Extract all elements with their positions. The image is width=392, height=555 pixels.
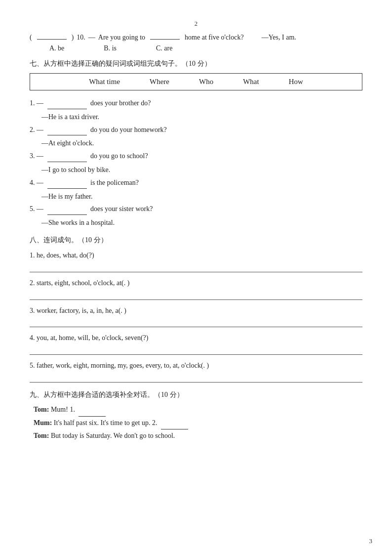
s7-5-answer: —She works in a hospital. (41, 217, 362, 229)
s8-3-answer-line[interactable] (30, 318, 362, 327)
s8-3-num: 3. (30, 307, 37, 314)
tom-text-2: But today is Saturday. We don't go to sc… (51, 432, 175, 439)
s7-item-2: 2. — do you do your homework? (30, 124, 362, 136)
s7-1-num: 1. (30, 99, 35, 107)
q10-option-c: C. are (156, 44, 172, 52)
s7-3-num: 3. (30, 152, 35, 160)
s7-2-num: 2. (30, 126, 35, 133)
top-page-number: 2 (30, 20, 362, 28)
s7-1-text: does your brother do? (90, 99, 151, 107)
s8-3-prompt: 3. worker, factory, is, a, in, he, a(. ) (30, 305, 362, 317)
s7-1-dash: — (37, 99, 43, 107)
dialogue-mum: Mum: It's half past six. It's time to ge… (34, 417, 362, 430)
s8-1-prompt: 1. he, does, what, do(?) (30, 250, 362, 261)
section-eight-title: 八、连词成句。（10 分） (30, 236, 362, 245)
speaker-tom-label-2: Tom: (34, 432, 49, 439)
s8-item-5: 5. father, work, eight, morning, my, goe… (30, 360, 362, 383)
speaker-tom-label: Tom: (34, 406, 49, 413)
word-box-item-2: Where (150, 78, 169, 86)
section-seven-title: 七、从方框中选择正确的疑问词或词组完成句子。（10 分） (30, 59, 362, 68)
s7-3-text: do you go to school? (90, 152, 148, 160)
s8-3-text: worker, factory, is, a, in, he, a(. ) (37, 307, 126, 314)
s8-4-prompt: 4. you, at, home, will, be, o'clock, sev… (30, 332, 362, 344)
s7-3-blank[interactable] (47, 162, 87, 162)
q10-options: A. be B. is C. are (49, 44, 362, 52)
s8-1-num: 1. (30, 252, 37, 259)
s8-5-text: father, work, eight, morning, my, goes, … (37, 362, 209, 369)
tom-text: Mum! 1. (51, 406, 75, 413)
s8-2-prompt: 2. starts, eight, school, o'clock, at(. … (30, 277, 362, 289)
s7-2-blank[interactable] (47, 135, 87, 135)
s7-5-blank[interactable] (47, 214, 87, 215)
s7-3-dash: — (37, 152, 43, 160)
bracket-open: ( (30, 34, 32, 42)
s8-2-answer-line[interactable] (30, 291, 362, 300)
s7-5-text: does your sister work? (90, 205, 153, 213)
s8-5-num: 5. (30, 362, 37, 369)
q10-fill-blank[interactable] (150, 39, 180, 40)
s7-4-text: is the policeman? (90, 179, 139, 186)
q10-dash: — (88, 34, 95, 42)
section-nine-dialogue: Tom: Mum! 1. Mum: It's half past six. It… (30, 403, 362, 443)
s8-2-text: starts, eight, school, o'clock, at(. ) (37, 279, 129, 287)
page-number: 3 (369, 537, 373, 545)
s8-5-prompt: 5. father, work, eight, morning, my, goe… (30, 360, 362, 372)
s7-4-blank[interactable] (47, 188, 87, 189)
section-nine-title: 九、从方框中选择合适的选项补全对话。（10 分） (30, 390, 362, 399)
s8-2-num: 2. (30, 279, 37, 287)
s7-item-1: 1. — does your brother do? (30, 97, 362, 109)
s7-2-dash: — (37, 126, 43, 133)
section-seven-exercises: 1. — does your brother do? —He is a taxi… (30, 97, 362, 229)
word-box-item-3: Who (199, 78, 213, 86)
q10-answer-dash: —Yes, I am. (262, 34, 296, 42)
dialogue-tom: Tom: Mum! 1. (34, 403, 362, 417)
s8-4-answer-line[interactable] (30, 346, 362, 355)
s8-item-1: 1. he, does, what, do(?) (30, 250, 362, 272)
s8-1-text: he, does, what, do(?) (37, 252, 94, 259)
s8-item-4: 4. you, at, home, will, be, o'clock, sev… (30, 332, 362, 355)
bracket-close: ) (72, 34, 74, 42)
question-10: ( ) 10. — Are you going to home at five … (30, 34, 362, 42)
s8-item-3: 3. worker, factory, is, a, in, he, a(. ) (30, 305, 362, 328)
s8-1-answer-line[interactable] (30, 263, 362, 272)
s8-5-answer-line[interactable] (30, 374, 362, 383)
q10-qtext: Are you going to (98, 34, 145, 42)
s7-item-5: 5. — does your sister work? (30, 203, 362, 215)
q10-number: 10. (77, 34, 85, 42)
s7-item-4: 4. — is the policeman? (30, 177, 362, 189)
s7-1-answer: —He is a taxi driver. (41, 111, 362, 123)
s7-2-answer: —At eight o'clock. (41, 137, 362, 149)
q10-qend: home at five o'clock? (185, 34, 244, 42)
word-box: What time Where Who What How (30, 73, 362, 90)
mum-text: It's half past six. It's time to get up.… (54, 419, 157, 427)
s7-4-answer: —He is my father. (41, 191, 362, 203)
s8-4-num: 4. (30, 334, 37, 342)
speaker-mum-label: Mum: (34, 419, 52, 427)
s7-5-dash: — (37, 205, 43, 213)
s7-2-text: do you do your homework? (90, 126, 167, 133)
s7-3-answer: —I go to school by bike. (41, 164, 362, 176)
s8-item-2: 2. starts, eight, school, o'clock, at(. … (30, 277, 362, 300)
s8-4-text: you, at, home, will, be, o'clock, seven(… (37, 334, 148, 342)
q10-option-a: A. be (49, 44, 64, 52)
dialogue-tom-2: Tom: But today is Saturday. We don't go … (34, 429, 362, 443)
word-box-item-1: What time (89, 78, 120, 86)
q10-blank[interactable] (37, 39, 67, 40)
s7-5-num: 5. (30, 205, 35, 213)
s7-4-num: 4. (30, 179, 35, 186)
word-box-item-4: What (243, 78, 259, 86)
s7-item-3: 3. — do you go to school? (30, 150, 362, 162)
s7-1-blank[interactable] (47, 109, 87, 109)
s7-4-dash: — (37, 179, 43, 186)
q10-option-b: B. is (104, 44, 117, 52)
section-eight-exercises: 1. he, does, what, do(?) 2. starts, eigh… (30, 250, 362, 383)
word-box-item-5: How (289, 78, 303, 86)
